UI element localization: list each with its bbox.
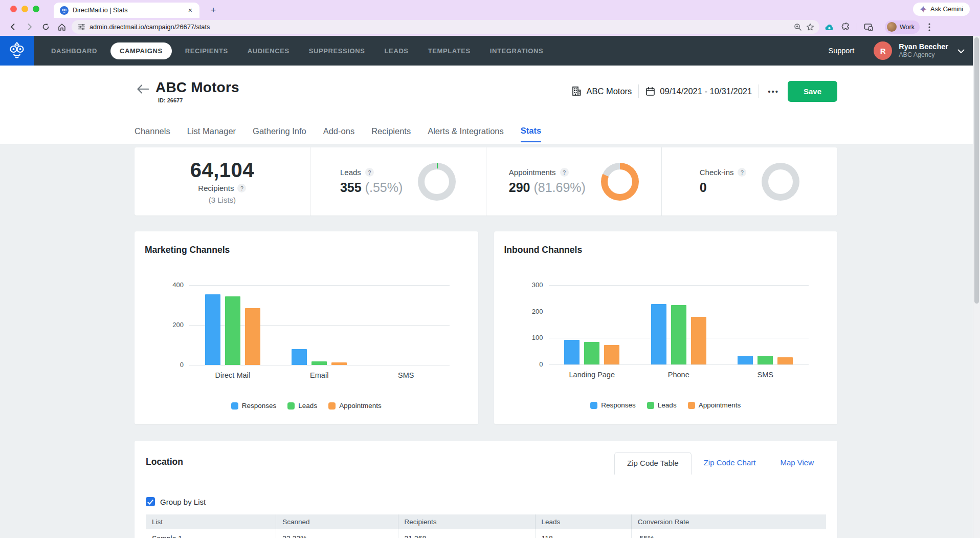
appointments-label-row: Appointments? <box>509 168 586 177</box>
zip-column-recipients[interactable]: Recipients <box>398 514 535 529</box>
user-info[interactable]: Ryan Beecher ABC Agency <box>899 42 948 59</box>
group-by-list-checkbox[interactable] <box>146 497 155 506</box>
forward-button[interactable] <box>23 20 36 34</box>
bar-appointments[interactable] <box>245 308 260 365</box>
tab-recipients[interactable]: Recipients <box>371 119 411 142</box>
extensions-puzzle-icon[interactable] <box>839 20 852 34</box>
chevron-down-icon[interactable] <box>957 47 965 55</box>
back-button[interactable] <box>6 20 19 34</box>
bar-group-sms <box>378 285 434 365</box>
browser-menu-icon[interactable] <box>923 20 936 34</box>
bar-leads[interactable] <box>225 296 240 365</box>
x-axis-labels: Direct MailEmailSMS <box>189 371 450 379</box>
tab-add-ons[interactable]: Add-ons <box>323 119 354 142</box>
legend-item-responses: Responses <box>590 401 636 409</box>
page-scrollbar[interactable] <box>973 36 980 538</box>
tab-close-icon[interactable]: × <box>186 6 194 14</box>
bar-appointments[interactable] <box>691 317 706 364</box>
divider <box>638 84 639 98</box>
recipients-stat: 64,104Recipients?(3 Lists) <box>190 159 254 204</box>
help-icon[interactable]: ? <box>237 184 246 192</box>
toolbar-separator <box>880 23 880 31</box>
bar-responses[interactable] <box>205 294 220 365</box>
ask-gemini-button[interactable]: Ask Gemini <box>913 3 970 16</box>
bar-responses[interactable] <box>292 349 307 365</box>
bar-leads[interactable] <box>758 356 773 364</box>
cloud-extension-icon[interactable] <box>822 20 836 34</box>
bar-appointments[interactable] <box>604 345 619 364</box>
back-arrow-icon[interactable] <box>137 81 149 95</box>
bar-responses[interactable] <box>738 356 753 364</box>
tab-alerts-integrations[interactable]: Alerts & Integrations <box>428 119 504 142</box>
group-by-list-control[interactable]: Group by List <box>146 497 826 506</box>
tab-stats[interactable]: Stats <box>521 119 541 142</box>
help-icon[interactable]: ? <box>560 168 569 177</box>
bar-responses[interactable] <box>651 304 666 364</box>
window-controls[interactable] <box>10 6 39 12</box>
leads-text: Leads?355 (.55%) <box>340 168 403 195</box>
nav-item-leads[interactable]: LEADS <box>378 42 415 59</box>
zip-table-row[interactable]: Sample 133.33%21,368118.55% <box>146 529 826 538</box>
url-bar[interactable]: admin.directmail.io/campaign/26677/stats <box>72 20 819 34</box>
zip-code-table: ListScannedRecipientsLeadsConversion Rat… <box>146 514 826 538</box>
tab-list-manager[interactable]: List Manager <box>187 119 236 142</box>
zip-column-leads[interactable]: Leads <box>535 514 631 529</box>
window-close-button[interactable] <box>10 6 17 12</box>
nav-item-integrations[interactable]: INTEGRATIONS <box>484 42 549 59</box>
chart-title: Inbound Channels <box>504 245 828 255</box>
zip-column-list[interactable]: List <box>146 514 276 529</box>
help-icon[interactable]: ? <box>365 168 374 177</box>
bar-leads[interactable] <box>311 361 327 365</box>
support-link[interactable]: Support <box>828 47 854 55</box>
location-tab-zip-code-table[interactable]: Zip Code Table <box>614 452 692 475</box>
bar-leads[interactable] <box>671 305 686 364</box>
browser-tab[interactable]: DirectMail.io | Stats × <box>54 3 199 18</box>
bar-appointments[interactable] <box>777 357 793 364</box>
tab-title: DirectMail.io | Stats <box>73 7 186 14</box>
nav-item-campaigns[interactable]: CAMPAIGNS <box>110 42 172 59</box>
scrollbar-thumb[interactable] <box>974 37 979 304</box>
directmail-logo[interactable] <box>0 36 34 66</box>
nav-item-recipients[interactable]: RECIPIENTS <box>179 42 234 59</box>
appointments-text: Appointments?290 (81.69%) <box>509 168 586 195</box>
y-axis-tick: 200 <box>165 321 184 329</box>
y-axis-tick: 0 <box>525 360 543 368</box>
campaign-id: ID: 26677 <box>158 97 239 103</box>
user-name: Ryan Beecher <box>899 42 948 51</box>
bar-group-direct-mail <box>205 285 260 365</box>
nav-item-suppressions[interactable]: SUPPRESSIONS <box>303 42 371 59</box>
bookmark-star-icon[interactable] <box>806 23 814 31</box>
check-ins-label-row: Check-ins? <box>700 168 747 177</box>
user-avatar[interactable]: R <box>874 41 892 60</box>
zip-column-scanned[interactable]: Scanned <box>276 514 398 529</box>
zip-column-conversion-rate[interactable]: Conversion Rate <box>631 514 826 529</box>
tab-channels[interactable]: Channels <box>135 119 170 142</box>
nav-item-dashboard[interactable]: DASHBOARD <box>45 42 103 59</box>
window-minimize-button[interactable] <box>21 6 28 12</box>
more-options-button[interactable]: ••• <box>766 87 781 96</box>
reload-button[interactable] <box>39 20 52 34</box>
bar-responses[interactable] <box>564 340 580 364</box>
new-tab-button[interactable]: + <box>207 4 220 17</box>
toolbar-separator <box>857 23 857 31</box>
save-button[interactable]: Save <box>788 81 837 102</box>
send-to-device-icon[interactable] <box>862 20 875 34</box>
zoom-icon[interactable] <box>794 23 802 31</box>
url-text[interactable]: admin.directmail.io/campaign/26677/stats <box>90 23 790 31</box>
nav-item-audiences[interactable]: AUDIENCES <box>241 42 296 59</box>
site-settings-icon[interactable] <box>78 23 85 31</box>
help-icon[interactable]: ? <box>738 168 746 177</box>
profile-chip[interactable]: Work <box>885 20 920 34</box>
x-axis-label: Direct Mail <box>194 371 271 379</box>
nav-item-templates[interactable]: TEMPLATES <box>422 42 477 59</box>
company-selector[interactable]: ABC Motors <box>571 86 632 96</box>
appointments-label: Appointments <box>509 168 556 177</box>
location-tab-map-view[interactable]: Map View <box>768 452 826 475</box>
bar-leads[interactable] <box>584 342 599 364</box>
home-button[interactable] <box>55 20 69 34</box>
bar-appointments[interactable] <box>331 362 347 365</box>
window-zoom-button[interactable] <box>33 6 39 12</box>
tab-gathering-info[interactable]: Gathering Info <box>253 119 306 142</box>
date-range-picker[interactable]: 09/14/2021 - 10/31/2021 <box>645 87 752 96</box>
location-tab-zip-code-chart[interactable]: Zip Code Chart <box>692 452 768 475</box>
